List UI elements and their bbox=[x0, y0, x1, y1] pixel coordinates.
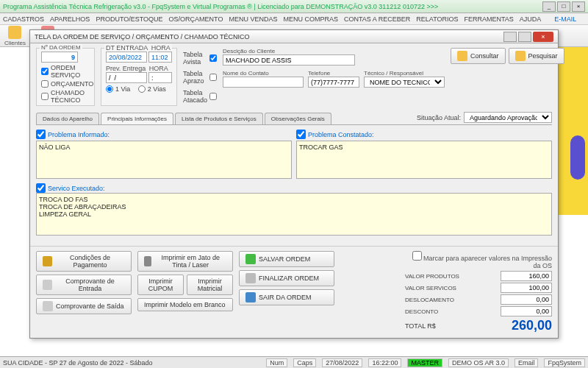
status-caps: Caps bbox=[293, 358, 316, 367]
search-icon bbox=[515, 51, 526, 61]
valor-produtos: 160,00 bbox=[501, 271, 552, 281]
imp-cupom-button[interactable]: Imprimir CUPOM bbox=[137, 275, 184, 295]
chk-os[interactable] bbox=[41, 68, 49, 75]
servico-executado-text[interactable]: TROCA DO FAS TROCA DE ABRAÇADEIRAS LIMPE… bbox=[36, 193, 552, 236]
status-brand: FpqSystem bbox=[544, 358, 585, 367]
chk-serv-exec[interactable] bbox=[36, 183, 46, 193]
menu-produto[interactable]: PRODUTO/ESTOQUE bbox=[96, 15, 162, 23]
ordem-input[interactable] bbox=[41, 52, 78, 63]
tecnico-select[interactable]: NOME DO TECNICO bbox=[364, 77, 445, 88]
imp-branco-button[interactable]: Imprimir Modelo em Branco bbox=[137, 298, 233, 311]
comp-entrada-button[interactable]: Comprovante de Entrada bbox=[36, 275, 132, 295]
desc-cliente-label: Descição do Cliente bbox=[223, 48, 445, 54]
app-title: Programa Assistência Técnica Refrigeraçã… bbox=[3, 3, 541, 10]
menu-ajuda[interactable]: AJUDA bbox=[520, 15, 542, 23]
valor-servicos: 100,00 bbox=[501, 283, 552, 293]
tab-lista-produtos[interactable]: Lista de Produtos e Serviços bbox=[175, 113, 263, 124]
order-modal: TELA DA ORDEM DE SERVIÇO / ORÇAMENTO / C… bbox=[29, 29, 559, 339]
chk-ct[interactable] bbox=[41, 93, 49, 100]
tab-observacoes[interactable]: Observações Gerais bbox=[265, 113, 331, 124]
doc-icon bbox=[43, 301, 53, 311]
modal-maximize[interactable] bbox=[518, 32, 531, 42]
menu-os[interactable]: OS/ORÇAMENTO bbox=[169, 15, 223, 23]
menu-relatorios[interactable]: RELATORIOS bbox=[416, 15, 458, 23]
desc-cliente-input[interactable] bbox=[223, 54, 355, 66]
modal-title: TELA DA ORDEM DE SERVIÇO / ORÇAMENTO / C… bbox=[35, 33, 503, 40]
hora-input[interactable] bbox=[148, 52, 172, 63]
menu-compras[interactable]: MENU COMPRAS bbox=[283, 15, 338, 23]
printer-icon bbox=[144, 256, 151, 266]
chk-aprazo[interactable] bbox=[209, 74, 217, 81]
doc-icon bbox=[43, 280, 52, 290]
status-email: Email bbox=[514, 358, 539, 367]
prob-constatado-text[interactable]: TROCAR GAS bbox=[296, 141, 552, 179]
coins-icon bbox=[43, 256, 52, 266]
menu-ferramentas[interactable]: FERRAMENTAS bbox=[464, 15, 513, 23]
valor-total: 260,00 bbox=[512, 318, 552, 333]
main-menu: CADASTROS APARELHOS PRODUTO/ESTOQUE OS/O… bbox=[0, 13, 588, 25]
telefone-input[interactable] bbox=[308, 77, 359, 88]
imp-matricial-button[interactable]: Imprimir Matricial bbox=[187, 275, 233, 295]
imp-jato-button[interactable]: Imprimir em Jato de Tinta / Laser bbox=[137, 251, 233, 272]
prev-hr-input[interactable] bbox=[148, 72, 172, 83]
comp-saida-button[interactable]: Comprovante de Saída bbox=[36, 298, 132, 314]
prob-informado-text[interactable]: NÃO LIGA bbox=[36, 141, 292, 179]
tabs: Dados do Aparelho Principais Informações… bbox=[36, 112, 552, 125]
modal-close[interactable]: × bbox=[533, 32, 553, 42]
radio-1via[interactable] bbox=[106, 85, 113, 93]
finalizar-button[interactable]: FINALIZAR ORDEM bbox=[239, 270, 334, 286]
chk-prob-inf[interactable] bbox=[36, 130, 46, 139]
close-button[interactable]: × bbox=[572, 1, 585, 12]
valor-desconto: 0,00 bbox=[501, 306, 552, 316]
check-icon bbox=[245, 254, 256, 264]
people-icon bbox=[8, 26, 21, 39]
chk-atacado[interactable] bbox=[209, 93, 217, 100]
pesquisar-button[interactable]: Pesquisar bbox=[509, 48, 564, 64]
chk-marcar-valores[interactable] bbox=[412, 251, 422, 261]
status-num: Num bbox=[266, 358, 287, 367]
flag-icon bbox=[245, 273, 256, 283]
main-titlebar: Programa Assistência Técnica Refrigeraçã… bbox=[0, 0, 588, 13]
tab-dados-aparelho[interactable]: Dados do Aparelho bbox=[36, 113, 99, 124]
dt-entrada-input[interactable] bbox=[106, 52, 147, 63]
status-city: SUA CIDADE - SP 27 de Agosto de 2022 - S… bbox=[3, 359, 152, 367]
salvar-button[interactable]: SALVAR ORDEM bbox=[239, 251, 334, 267]
chk-orc[interactable] bbox=[41, 80, 49, 88]
chk-avista[interactable] bbox=[209, 54, 217, 62]
menu-contas[interactable]: CONTAS A RECEBER bbox=[344, 15, 410, 23]
statusbar: SUA CIDADE - SP 27 de Agosto de 2022 - S… bbox=[0, 356, 588, 368]
status-demo: DEMO OS AR 3.0 bbox=[448, 358, 509, 367]
modal-titlebar: TELA DA ORDEM DE SERVIÇO / ORÇAMENTO / C… bbox=[30, 30, 558, 43]
modal-minimize[interactable] bbox=[503, 32, 517, 42]
menu-aparelhos[interactable]: APARELHOS bbox=[50, 15, 90, 23]
contato-input[interactable] bbox=[223, 77, 304, 88]
cond-pagamento-button[interactable]: Condições de Pagamento bbox=[36, 251, 132, 272]
status-time: 16:22:00 bbox=[368, 358, 401, 367]
tab-principais-info[interactable]: Principais Informações bbox=[101, 113, 173, 124]
maximize-button[interactable]: □ bbox=[557, 1, 570, 12]
search-icon bbox=[457, 51, 467, 61]
radio-2vias[interactable] bbox=[138, 85, 146, 93]
menu-email[interactable]: E-MAIL bbox=[554, 15, 576, 23]
situacao-select[interactable]: Aguardando Aprovação bbox=[464, 112, 552, 123]
minimize-button[interactable]: _ bbox=[542, 1, 556, 12]
exit-icon bbox=[245, 292, 256, 302]
ordem-label: Nº DA ORDEM bbox=[40, 44, 82, 51]
chk-prob-con[interactable] bbox=[296, 130, 306, 139]
sair-button[interactable]: SAIR DA ORDEM bbox=[239, 289, 334, 305]
valor-deslocamento: 0,00 bbox=[501, 294, 552, 305]
consultar-button[interactable]: Consultar bbox=[451, 48, 506, 64]
tb-clientes[interactable]: Clientes bbox=[4, 26, 26, 46]
menu-vendas[interactable]: MENU VENDAS bbox=[229, 15, 277, 23]
menu-cadastros[interactable]: CADASTROS bbox=[3, 15, 44, 23]
status-master: MASTER bbox=[407, 358, 442, 367]
status-date: 27/08/2022 bbox=[322, 358, 362, 367]
prev-dt-input[interactable] bbox=[106, 72, 147, 83]
